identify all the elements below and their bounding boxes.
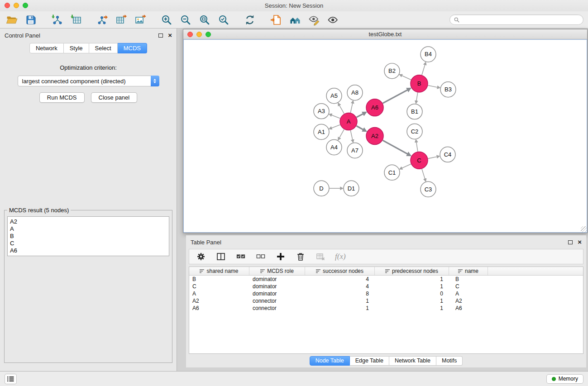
result-item-c[interactable]: C	[10, 240, 167, 247]
graph-node-A8[interactable]: A8	[347, 85, 363, 100]
table-cell-successor-nodes[interactable]: 4	[305, 283, 375, 290]
table-cell-mcds-role[interactable]: dominator	[249, 276, 305, 282]
window-resize-grip[interactable]	[581, 226, 587, 232]
graph-node-A6[interactable]: A6	[366, 99, 383, 116]
graph-node-A[interactable]: A	[340, 113, 357, 130]
tab-edge-table[interactable]: Edge Table	[350, 356, 389, 366]
new-document-button[interactable]	[269, 13, 283, 27]
table-cell-shared-name[interactable]: B	[189, 276, 249, 282]
graph-edge-C-C2[interactable]	[416, 142, 418, 151]
column-header-mcds-role[interactable]: MCDS role	[249, 267, 305, 275]
close-panel-button[interactable]: Close panel	[91, 92, 138, 103]
graph-edge-B-B2[interactable]	[402, 76, 411, 80]
graph-node-B3[interactable]: B3	[440, 82, 456, 97]
zoom-selected-button[interactable]	[216, 13, 231, 27]
tab-mcds[interactable]: MCDS	[118, 43, 147, 53]
table-row[interactable]: Adominator80A	[189, 290, 583, 297]
graph-node-A3[interactable]: A3	[314, 104, 329, 119]
criterion-dropdown[interactable]: largest connected component (directed)	[18, 76, 159, 86]
graph-edge-C-C4[interactable]	[428, 157, 437, 158]
tab-style[interactable]: Style	[64, 43, 89, 53]
table-cell-successor-nodes[interactable]: 1	[305, 298, 375, 304]
table-row[interactable]: A2connector11A2	[189, 297, 583, 305]
table-cell-shared-name[interactable]: A2	[189, 298, 249, 304]
run-mcds-button[interactable]: Run MCDS	[39, 92, 85, 103]
table-cell-shared-name[interactable]: A	[189, 291, 249, 297]
graph-edge-B-B1[interactable]	[416, 92, 418, 101]
zoom-out-button[interactable]	[178, 13, 193, 27]
graph-node-C[interactable]: C	[411, 152, 428, 169]
tab-network-table[interactable]: Network Table	[389, 356, 436, 366]
task-history-button[interactable]	[5, 374, 17, 384]
mcds-result-list[interactable]: A2ABCA6	[7, 216, 169, 256]
column-header-shared-name[interactable]: shared name	[189, 267, 249, 275]
table-settings-button[interactable]	[196, 251, 206, 262]
graph-node-D[interactable]: D	[314, 181, 329, 196]
tab-select[interactable]: Select	[89, 43, 118, 53]
column-header-name[interactable]: name	[449, 267, 488, 275]
table-cell-shared-name[interactable]: C	[189, 283, 249, 290]
graph-edge-A-A6[interactable]	[357, 114, 363, 117]
import-network-button[interactable]	[50, 13, 64, 27]
table-cell-name[interactable]: C	[449, 283, 488, 290]
table-cell-predecessor-nodes[interactable]: 1	[375, 283, 449, 290]
table-panel-close-button[interactable]: ×	[578, 240, 582, 244]
graph-edge-A-A3[interactable]	[331, 115, 340, 118]
graph-edge-A-A4[interactable]	[339, 129, 344, 138]
graph-edge-A-A5[interactable]	[339, 105, 344, 114]
result-item-a[interactable]: A	[10, 225, 167, 233]
delete-column-button[interactable]	[295, 251, 306, 262]
graph-node-A5[interactable]: A5	[326, 88, 342, 104]
table-cell-name[interactable]: A2	[449, 298, 488, 304]
graph-node-C2[interactable]: C2	[407, 124, 422, 139]
table-cell-shared-name[interactable]: A6	[189, 305, 249, 311]
memory-button[interactable]: Memory	[546, 374, 583, 384]
graph-node-C3[interactable]: C3	[421, 181, 436, 197]
graph-node-B[interactable]: B	[411, 75, 428, 92]
graph-node-B1[interactable]: B1	[407, 104, 422, 119]
table-cell-successor-nodes[interactable]: 4	[305, 276, 375, 282]
fullscreen-window-button[interactable]	[23, 3, 28, 8]
export-image-button[interactable]	[133, 13, 148, 27]
zoom-in-button[interactable]	[159, 13, 174, 27]
graph-node-A2[interactable]: A2	[366, 128, 383, 145]
apply-layout-button[interactable]	[243, 13, 257, 27]
table-cell-mcds-role[interactable]: connector	[249, 305, 305, 311]
hide-details-button[interactable]	[326, 13, 340, 27]
table-row[interactable]: A6connector11A6	[189, 305, 583, 312]
table-cell-predecessor-nodes[interactable]: 1	[375, 276, 449, 282]
graph-edge-A-A2[interactable]	[357, 126, 363, 129]
graph-node-D1[interactable]: D1	[344, 181, 359, 196]
graph-edge-C-C3[interactable]	[422, 169, 425, 179]
open-file-button[interactable]	[5, 13, 19, 27]
table-cell-mcds-role[interactable]: dominator	[249, 283, 305, 290]
save-session-button[interactable]	[24, 13, 38, 27]
graph-edge-C-C1[interactable]	[402, 164, 411, 168]
table-cell-predecessor-nodes[interactable]: 1	[375, 298, 449, 304]
add-column-button[interactable]	[275, 251, 286, 262]
table-cell-name[interactable]: A	[449, 291, 488, 297]
graph-edge-A-A1[interactable]	[331, 125, 340, 128]
result-item-a6[interactable]: A6	[10, 247, 167, 254]
graph-edge-B-B3[interactable]	[428, 86, 438, 87]
delete-table-button[interactable]	[315, 251, 326, 262]
table-cell-predecessor-nodes[interactable]: 0	[375, 291, 449, 297]
graph-edge-A2-C[interactable]	[383, 140, 408, 154]
column-header-predecessor-nodes[interactable]: predecessor nodes	[375, 267, 449, 275]
result-item-b[interactable]: B	[10, 233, 167, 240]
export-table-button[interactable]	[114, 13, 129, 27]
table-cell-successor-nodes[interactable]: 1	[305, 305, 375, 311]
export-network-button[interactable]	[95, 13, 110, 27]
tab-node-table[interactable]: Node Table	[310, 356, 350, 366]
table-cell-successor-nodes[interactable]: 8	[305, 291, 375, 297]
graph-edge-A6-B[interactable]	[383, 90, 408, 104]
search-input[interactable]	[462, 17, 579, 23]
function-builder-button[interactable]: f(x)	[335, 251, 346, 262]
graph-node-A7[interactable]: A7	[347, 143, 363, 158]
table-row[interactable]: Cdominator41C	[189, 283, 583, 290]
search-box[interactable]	[449, 14, 583, 25]
graph-node-A1[interactable]: A1	[314, 124, 329, 140]
table-cell-name[interactable]: A6	[449, 305, 488, 311]
network-window-minimize-button[interactable]	[196, 32, 202, 37]
network-overview-button[interactable]	[288, 13, 302, 27]
